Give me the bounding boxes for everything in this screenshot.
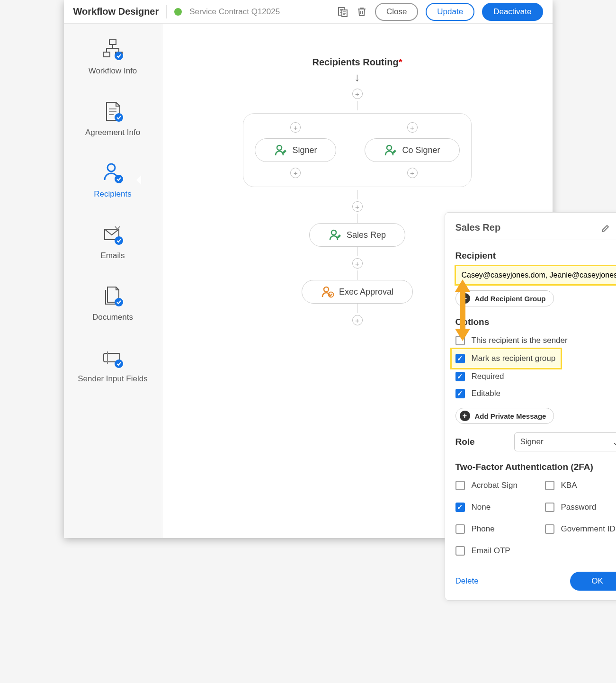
checkbox[interactable]: ✓ <box>455 503 465 512</box>
add-node-button[interactable]: + <box>290 122 301 133</box>
signer-icon <box>274 144 287 157</box>
approver-icon <box>321 285 334 298</box>
option-required[interactable]: ✓ Required <box>455 368 616 385</box>
add-node-button[interactable]: + <box>290 168 301 178</box>
app-window: Workflow Designer Service Contract Q1202… <box>64 0 553 538</box>
documents-icon <box>101 284 125 308</box>
option-editable[interactable]: ✓ Editable <box>455 385 616 402</box>
svg-point-10 <box>115 236 123 245</box>
tfa-password[interactable]: Password <box>545 499 616 516</box>
close-button[interactable]: Close <box>375 3 418 21</box>
tfa-kba[interactable]: KBA <box>545 477 616 494</box>
option-label: Phone <box>472 524 495 534</box>
node-label: Sales Rep <box>347 230 386 240</box>
svg-point-13 <box>115 359 123 368</box>
svg-rect-2 <box>109 40 116 45</box>
tfa-phone[interactable]: Phone <box>455 521 536 538</box>
tfa-heading: Two-Factor Authentication (2FA) <box>455 462 616 472</box>
checkbox[interactable]: ✓ <box>455 354 465 363</box>
deactivate-button[interactable]: Deactivate <box>482 3 543 21</box>
option-label: Required <box>472 372 504 381</box>
add-node-button[interactable]: + <box>407 168 418 178</box>
plus-icon: + <box>460 411 470 421</box>
recipient-email-input[interactable] <box>455 266 616 285</box>
role-select[interactable]: Signer ⌄ <box>514 432 616 451</box>
checkbox[interactable] <box>455 524 465 534</box>
select-value: Signer <box>520 437 544 447</box>
checkbox[interactable] <box>545 481 554 490</box>
node-label: Exec Approval <box>339 287 393 297</box>
add-recipient-group-button[interactable]: + Add Recipient Group <box>455 290 554 306</box>
checkbox[interactable]: ✓ <box>455 372 465 381</box>
option-recipient-group[interactable]: ✓ Mark as recipient group <box>452 349 561 368</box>
option-label: Mark as recipient group <box>472 354 556 363</box>
update-button[interactable]: Update <box>426 3 474 21</box>
svg-point-6 <box>115 113 123 122</box>
sidebar-item-workflow-info[interactable]: Workflow Info <box>89 38 137 76</box>
tfa-email-otp[interactable]: Email OTP <box>455 542 536 559</box>
role-label: Role <box>455 437 508 447</box>
sidebar-item-sender-input-fields[interactable]: Sender Input Fields <box>78 346 147 384</box>
svg-point-15 <box>387 145 392 150</box>
trash-icon[interactable] <box>356 6 367 18</box>
sidebar-item-label: Emails <box>100 251 125 261</box>
svg-rect-3 <box>103 52 110 57</box>
add-node-button[interactable]: + <box>352 201 363 212</box>
arrow-down-icon: ↓ <box>355 71 360 84</box>
node-signer[interactable]: Signer <box>255 138 336 162</box>
svg-point-8 <box>115 175 123 183</box>
edit-icon[interactable] <box>601 223 611 233</box>
template-icon[interactable] <box>337 6 348 18</box>
node-label: Signer <box>292 145 317 155</box>
workflow-info-icon <box>101 38 125 62</box>
add-private-message-button[interactable]: + Add Private Message <box>455 408 554 424</box>
svg-point-11 <box>115 298 123 306</box>
sidebar-item-documents[interactable]: Documents <box>92 284 133 322</box>
checkbox[interactable] <box>545 503 554 512</box>
option-label: KBA <box>561 481 577 490</box>
option-sender[interactable]: This recipient is the sender <box>455 332 616 349</box>
ok-button[interactable]: OK <box>570 572 616 591</box>
plus-icon: + <box>460 293 470 304</box>
checkbox[interactable]: ✓ <box>455 389 465 398</box>
checkbox[interactable] <box>545 524 554 534</box>
divider <box>166 5 167 18</box>
option-label: Government ID <box>561 524 616 534</box>
checkbox[interactable] <box>455 336 465 345</box>
add-node-button[interactable]: + <box>352 315 363 325</box>
add-node-button[interactable]: + <box>407 122 418 133</box>
svg-point-5 <box>115 52 123 60</box>
document-name: Service Contract Q12025 <box>189 7 280 17</box>
status-indicator-icon <box>174 8 182 16</box>
tfa-government-id[interactable]: Government ID <box>545 521 616 538</box>
button-label: Add Private Message <box>475 412 546 420</box>
option-label: Acrobat Sign <box>472 481 518 490</box>
sidebar-item-agreement-info[interactable]: Agreement Info <box>85 99 140 137</box>
svg-point-14 <box>277 145 282 150</box>
add-node-button[interactable]: + <box>352 258 363 269</box>
sidebar-item-label: Sender Input Fields <box>78 374 147 384</box>
sidebar-item-label: Agreement Info <box>85 128 140 137</box>
sidebar-item-label: Workflow Info <box>89 66 137 76</box>
routing-title: Recipients Routing* <box>272 57 443 68</box>
node-cosigner[interactable]: Co Signer <box>365 138 459 162</box>
tfa-none[interactable]: ✓None <box>455 499 536 516</box>
tfa-acrobat-sign[interactable]: Acrobat Sign <box>455 477 536 494</box>
panel-title: Sales Rep <box>455 222 597 233</box>
recipient-heading: Recipient <box>455 251 616 261</box>
delete-link[interactable]: Delete <box>455 576 479 586</box>
node-exec-approval[interactable]: Exec Approval <box>302 280 413 304</box>
svg-point-17 <box>324 287 329 292</box>
node-sales-rep[interactable]: Sales Rep <box>309 223 405 247</box>
checkbox[interactable] <box>455 481 465 490</box>
recipient-panel: Sales Rep Recipient + Add Recipient Grou… <box>445 212 616 601</box>
checkbox[interactable] <box>455 546 465 556</box>
option-label: Email OTP <box>472 546 510 556</box>
option-label: This recipient is the sender <box>472 336 568 345</box>
button-label: Add Recipient Group <box>475 295 546 303</box>
agreement-info-icon <box>101 99 125 123</box>
sidebar-item-recipients[interactable]: Recipients <box>94 161 131 199</box>
sidebar-item-emails[interactable]: Emails <box>100 223 125 261</box>
recipients-icon <box>101 161 125 185</box>
add-node-button[interactable]: + <box>352 89 363 99</box>
